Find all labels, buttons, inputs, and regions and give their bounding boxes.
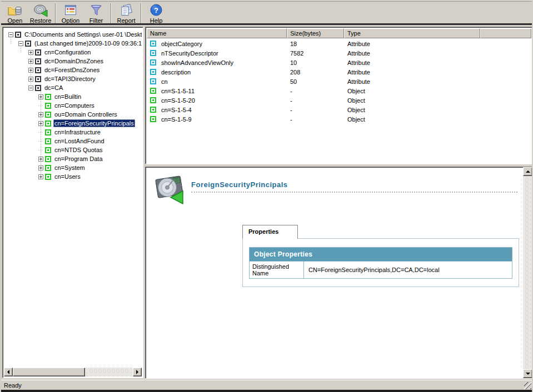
detail-content: ForeignSecurityPrincipals Properties Obj… [147,168,522,377]
list-header: NameSize(bytes)Type [147,28,531,38]
tree-item-label: cn=Configuration [43,48,92,56]
row-icon-green [150,88,156,94]
filter-button[interactable]: Filter [83,2,109,24]
list-row[interactable]: cn=S-1-5-11-Object [147,86,531,96]
help-button[interactable]: ? Help [143,2,169,24]
scrollbar-thumb[interactable] [13,368,85,376]
tree-item-label: cn=Infrastructure [53,128,102,136]
right-arrow-icon [136,370,138,374]
tree-guide [41,88,41,177]
tree-item[interactable]: dc=DomainDnsZones [4,57,142,66]
tree-expander-plus[interactable] [38,174,43,179]
tree-item[interactable]: cn=Program Data [4,154,142,163]
tree-expander-plus[interactable] [38,157,43,162]
report-button[interactable]: Report [113,2,139,24]
tree-item[interactable]: dc=ForestDnsZones [4,66,142,74]
list-row[interactable]: description208Attribute [147,67,531,77]
object-properties-table: Object Properties Distinguished NameCN=F… [249,247,512,279]
tree-expander-plus[interactable] [28,59,33,64]
tree-expander-minus[interactable] [8,32,13,37]
tree-item[interactable]: ou=Domain Controllers [4,110,142,119]
column-header[interactable]: Name [147,28,287,38]
hard-disk-icon [155,173,187,206]
cell-size: - [287,107,345,113]
tree-item[interactable]: cn=Users [4,172,142,181]
help-button-label: Help [150,18,163,24]
property-label: Distinguished Name [250,262,304,279]
detail-title: ForeignSecurityPrincipals [191,180,288,189]
column-header[interactable]: Type [344,28,480,38]
cell-name: nTSecurityDescriptor [147,50,287,57]
cell-name: cn [147,78,287,85]
tree-expander-plus[interactable] [28,68,33,73]
tree-item[interactable]: cn=LostAndFound [4,137,142,145]
list-row[interactable]: objectCategory18Attribute [147,39,531,48]
tree-expander-plus[interactable] [38,165,43,170]
restore-button[interactable]: Restore [28,2,53,24]
tree-item[interactable]: cn=Computers [4,101,142,110]
scrollbar-track[interactable] [13,368,133,376]
tree-item-label: cn=ForeignSecurityPrincipals [53,119,135,127]
column-header[interactable]: Size(bytes) [287,28,344,38]
cell-name: cn=S-1-5-20 [147,97,287,104]
report-pages-icon [119,3,133,17]
tree-expander-minus[interactable] [18,41,23,46]
tree-item[interactable]: cn=Builtin [4,92,142,101]
cell-size: - [287,88,345,94]
scroll-left-button[interactable] [4,368,13,376]
tree-expander-plus[interactable] [28,50,33,55]
tree-item[interactable]: cn=Configuration [4,48,142,57]
tree: C:\Documents and Settings\ user-01 \Desk… [4,28,142,368]
tree-item[interactable]: dc=TAPI3Directory [4,74,142,83]
resize-grip-icon[interactable] [524,382,531,389]
left-arrow-icon [7,370,9,374]
list-row[interactable]: cn=S-1-5-9-Object [147,114,531,124]
tree-item-label: cn=NTDS Quotas [53,146,104,154]
tree-horizontal-scrollbar[interactable] [4,368,142,376]
tree-expander-minus[interactable] [28,86,33,91]
option-button[interactable]: Option [58,2,83,24]
status-text: Ready [4,382,22,389]
properties-pane: Object Properties Distinguished NameCN=F… [242,238,519,287]
restore-disk-icon [33,3,48,17]
open-folder-icon [8,3,22,17]
cell-size: 50 [287,78,345,85]
tree-expander-plus[interactable] [38,121,43,126]
scroll-up-button[interactable] [523,167,532,176]
tree-item[interactable]: (Last changed time)2009-10-09 09:36:1 [4,39,142,48]
list-row[interactable]: nTSecurityDescriptor7582Attribute [147,48,531,58]
cell-size: - [287,97,345,104]
row-icon-cyan [150,41,156,47]
tree-item[interactable]: C:\Documents and Settings\ user-01 \Desk… [4,30,142,39]
list-row[interactable]: cn50Attribute [147,77,531,86]
detail-vertical-scrollbar[interactable] [523,167,532,378]
scrollbar-track[interactable] [523,176,532,369]
row-icon-green [150,97,156,103]
list-row[interactable]: showInAdvancedViewOnly10Attribute [147,58,531,67]
property-row: Distinguished NameCN=ForeignSecurityPrin… [250,262,512,279]
tab-properties[interactable]: Properties [242,225,298,239]
tree-item-label: C:\Documents and Settings\ user-01 \Desk… [23,31,142,38]
tree-node-icon-dark [35,76,41,82]
tree-expander-plus[interactable] [38,112,43,117]
scroll-down-button[interactable] [523,369,532,378]
snapshot-tree-panel: C:\Documents and Settings\ user-01 \Desk… [2,27,143,378]
tree-item[interactable]: cn=ForeignSecurityPrincipals [4,119,142,128]
filter-funnel-icon [89,3,103,17]
tree-expander-plus[interactable] [28,77,33,82]
tree-item[interactable]: cn=System [4,163,142,172]
attribute-list-panel: NameSize(bytes)Type objectCategory18Attr… [145,27,533,164]
open-button[interactable]: Open [2,2,28,24]
row-icon-cyan [150,78,156,84]
list-body: objectCategory18AttributenTSecurityDescr… [147,39,531,163]
tree-item[interactable]: cn=Infrastructure [4,128,142,137]
cell-type: Attribute [345,78,481,85]
scroll-right-button[interactable] [133,368,142,376]
column-header[interactable] [480,28,531,38]
tree-item[interactable]: dc=CA [4,83,142,92]
tree-expander-plus[interactable] [38,94,43,99]
tree-node-icon-dark [25,41,31,47]
tree-item[interactable]: cn=NTDS Quotas [4,145,142,154]
list-row[interactable]: cn=S-1-5-20-Object [147,96,531,105]
list-row[interactable]: cn=S-1-5-4-Object [147,105,531,114]
